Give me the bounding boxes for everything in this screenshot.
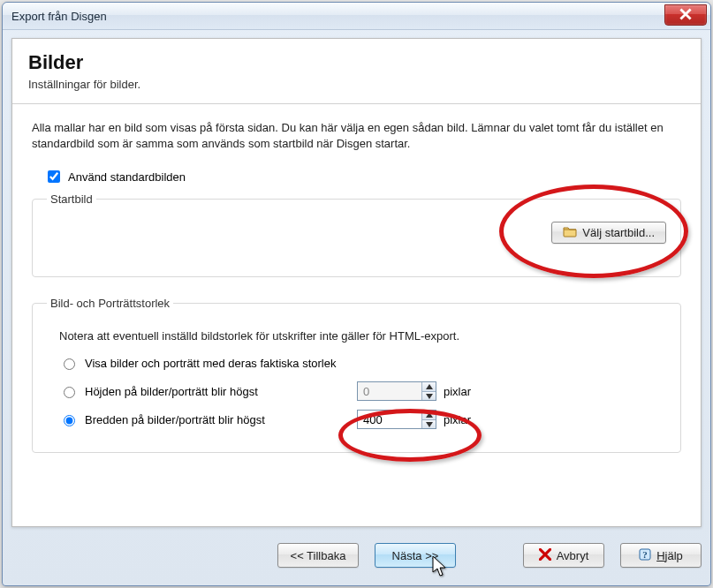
- height-spinner[interactable]: [357, 381, 436, 401]
- next-button[interactable]: Nästa >>: [375, 543, 456, 568]
- width-spin-arrows[interactable]: [421, 411, 436, 428]
- use-default-row: Använd standardbilden: [44, 168, 681, 185]
- window-title: Export från Disgen: [11, 10, 107, 23]
- spin-up-icon[interactable]: [421, 411, 436, 420]
- spin-up-icon[interactable]: [421, 382, 436, 392]
- size-opt-height-row: Höjden på bilder/porträtt blir högst pix…: [59, 381, 666, 401]
- size-opt-width-label: Bredden på bilder/porträtt blir högst: [85, 413, 350, 426]
- help-button[interactable]: ? Hjälp: [620, 543, 702, 568]
- close-button[interactable]: [664, 4, 707, 26]
- choose-start-image-button[interactable]: Välj startbild...: [551, 222, 666, 244]
- content-panel: Bilder Inställningar för bilder. Alla ma…: [11, 38, 702, 527]
- back-button[interactable]: << Tillbaka: [277, 543, 359, 568]
- cancel-button[interactable]: Avbryt: [523, 543, 604, 568]
- size-opt-height-label: Höjden på bilder/porträtt blir högst: [85, 385, 350, 398]
- back-label: << Tillbaka: [291, 549, 346, 562]
- page-title: Bilder: [28, 51, 685, 74]
- titlebar: Export från Disgen: [3, 3, 710, 30]
- height-spin-arrows[interactable]: [421, 382, 436, 400]
- width-spinner[interactable]: [357, 410, 436, 429]
- size-note: Notera att eventuell inställd bildstorle…: [59, 329, 666, 343]
- page-header: Bilder Inställningar för bilder.: [12, 39, 701, 104]
- page-subtitle: Inställningar för bilder.: [28, 78, 685, 91]
- close-icon: [679, 8, 692, 23]
- intro-text: Alla mallar har en bild som visas på för…: [32, 120, 681, 152]
- help-label: Hjälp: [656, 549, 683, 562]
- spin-down-icon[interactable]: [421, 420, 436, 429]
- size-opt-actual-label: Visa bilder och porträtt med deras fakti…: [85, 357, 350, 370]
- size-opt-actual-radio[interactable]: [64, 358, 75, 370]
- size-opt-height-radio[interactable]: [64, 387, 75, 398]
- size-legend: Bild- och Porträttstorlek: [47, 297, 173, 310]
- height-unit: pixlar: [444, 385, 488, 398]
- dialog-window: Export från Disgen Bilder Inställningar …: [2, 2, 711, 586]
- size-group: Bild- och Porträttstorlek Notera att eve…: [32, 297, 681, 453]
- dialog-button-bar: << Tillbaka Nästa >> Avbryt ? Hjälp: [11, 538, 702, 573]
- startbild-group: Startbild Välj startbild...: [32, 192, 681, 277]
- use-default-label: Använd standardbilden: [68, 170, 186, 184]
- size-opt-width-radio[interactable]: [64, 415, 75, 426]
- width-unit: pixlar: [444, 413, 488, 426]
- size-opt-actual-row: Visa bilder och porträtt med deras fakti…: [59, 353, 666, 373]
- next-label: Nästa >>: [392, 549, 439, 562]
- use-default-checkbox[interactable]: [48, 170, 60, 183]
- cancel-icon: [539, 548, 551, 563]
- startbild-legend: Startbild: [47, 192, 96, 206]
- spin-down-icon[interactable]: [421, 392, 436, 401]
- cancel-label: Avbryt: [557, 549, 589, 562]
- choose-start-image-label: Välj startbild...: [582, 226, 655, 239]
- svg-text:?: ?: [642, 549, 648, 560]
- page-body: Alla mallar har en bild som visas på för…: [12, 104, 701, 488]
- size-opt-width-row: Bredden på bilder/porträtt blir högst pi…: [59, 410, 666, 429]
- open-folder-icon: [563, 225, 577, 240]
- help-icon: ?: [639, 548, 651, 563]
